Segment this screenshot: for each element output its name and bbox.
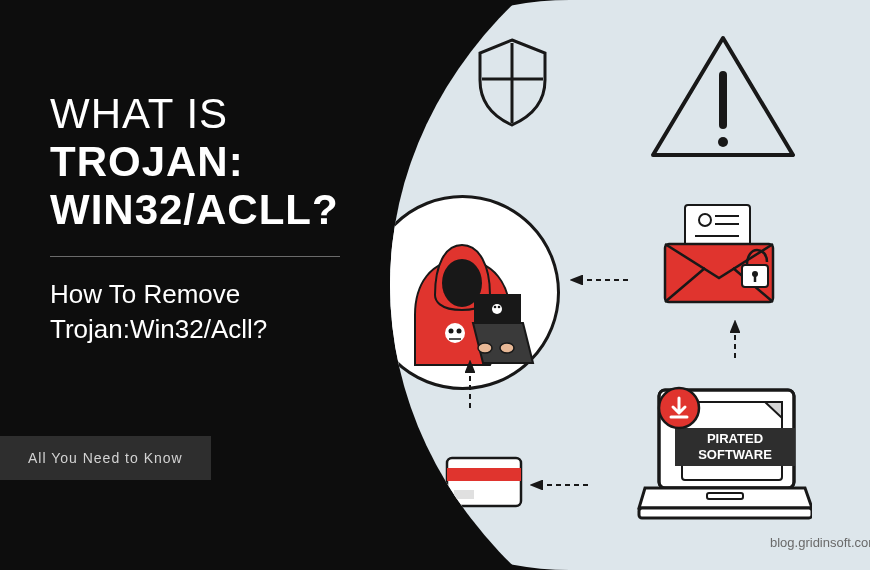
heading-line-1: WHAT IS [50,90,370,138]
arrow-laptop-to-envelope [730,320,740,360]
hacker-icon [385,215,540,370]
featured-image: WHAT IS TROJAN: WIN32/ACLL? How To Remov… [0,0,870,570]
svg-point-5 [445,323,465,343]
subtitle: How To Remove Trojan:Win32/Acll? [50,277,370,347]
svg-point-7 [457,329,462,334]
svg-point-10 [498,306,501,309]
svg-rect-31 [447,468,521,481]
svg-rect-32 [454,490,474,499]
divider [50,256,340,257]
phishing-envelope-icon [657,200,782,305]
svg-point-8 [492,304,502,314]
pirated-label-2: SOFTWARE [698,447,772,462]
credit-card-icon [445,456,523,508]
pirated-software-laptop-icon: PIRATED SOFTWARE [637,380,812,525]
subtitle-line-2: Trojan:Win32/Acll? [50,312,370,347]
svg-point-9 [494,306,497,309]
warning-triangle-icon [648,30,798,165]
hacker-circle [365,195,560,390]
svg-point-3 [718,137,728,147]
svg-point-6 [449,329,454,334]
heading-line-3: WIN32/ACLL? [50,186,370,234]
shield-icon [470,35,555,130]
left-panel: WHAT IS TROJAN: WIN32/ACLL? How To Remov… [0,0,370,570]
pirated-label-1: PIRATED [707,431,763,446]
heading-line-2: TROJAN: [50,138,370,186]
svg-rect-26 [639,508,812,518]
arrow-laptop-to-card [530,480,590,490]
heading-block: WHAT IS TROJAN: WIN32/ACLL? How To Remov… [50,90,370,347]
svg-point-11 [478,343,492,353]
svg-point-12 [500,343,514,353]
tag-box: All You Need to Know [0,436,211,480]
watermark: blog.gridinsoft.com [770,535,870,550]
arrow-card-to-hacker [465,360,475,410]
subtitle-line-1: How To Remove [50,277,370,312]
arrow-envelope-to-hacker [570,275,630,285]
